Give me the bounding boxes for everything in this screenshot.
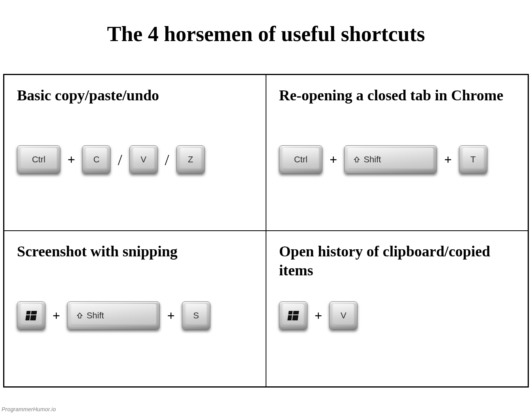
cell-clipboard-history: Open history of clipboard/copied items +… (266, 231, 528, 387)
key-s: S (182, 301, 210, 330)
slash-separator: / (118, 151, 122, 169)
windows-icon (25, 311, 37, 320)
key-t: T (459, 145, 487, 174)
cell-title: Screenshot with snipping (17, 242, 253, 282)
key-v: V (129, 145, 158, 174)
cell-snipping: Screenshot with snipping + Shift + S (4, 231, 266, 387)
key-windows (17, 301, 45, 330)
key-combo: Ctrl + C / V / Z (17, 145, 253, 174)
plus-separator: + (52, 308, 60, 323)
windows-icon (287, 311, 299, 320)
shortcut-grid: Basic copy/paste/undo Ctrl + C / V / Z R… (3, 74, 529, 388)
cell-copy-paste-undo: Basic copy/paste/undo Ctrl + C / V / Z (4, 75, 266, 231)
key-shift: Shift (67, 301, 160, 330)
key-combo: + Shift + S (17, 301, 253, 330)
cell-title: Basic copy/paste/undo (17, 86, 253, 126)
plus-separator: + (315, 308, 322, 323)
watermark: ProgrammerHumor.io (2, 406, 56, 412)
plus-separator: + (67, 152, 75, 167)
key-combo: Ctrl + Shift + T (279, 145, 515, 174)
shift-arrow-icon (353, 156, 360, 163)
key-windows (279, 301, 307, 330)
cell-reopen-tab: Re-opening a closed tab in Chrome Ctrl +… (266, 75, 528, 231)
plus-separator: + (330, 152, 337, 167)
key-v: V (329, 301, 358, 330)
shift-arrow-icon (76, 312, 83, 319)
key-c: C (82, 145, 111, 174)
plus-separator: + (444, 152, 451, 167)
slash-separator: / (165, 151, 169, 169)
key-ctrl: Ctrl (17, 145, 60, 174)
cell-title: Open history of clipboard/copied items (279, 242, 515, 282)
key-combo: + V (279, 301, 515, 330)
key-z: Z (176, 145, 205, 174)
plus-separator: + (167, 308, 174, 323)
key-ctrl: Ctrl (279, 145, 322, 174)
key-shift: Shift (344, 145, 437, 174)
page-title: The 4 horsemen of useful shortcuts (0, 0, 532, 74)
cell-title: Re-opening a closed tab in Chrome (279, 86, 515, 126)
